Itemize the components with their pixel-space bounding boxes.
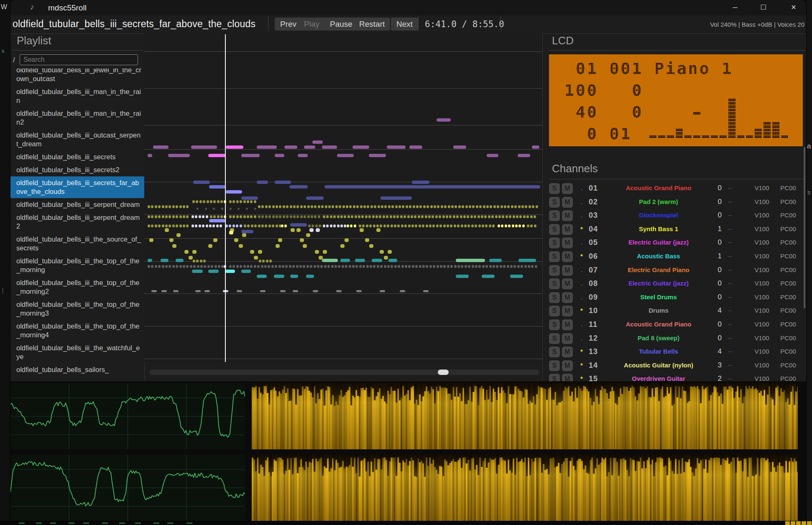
channel-value: 0 [706, 196, 722, 207]
channel-solo-button[interactable]: S [549, 347, 560, 357]
channel-mute-button[interactable]: M [562, 374, 573, 381]
channel-active-marker: * [578, 346, 585, 357]
channel-solo-button[interactable]: S [549, 210, 560, 221]
terminal-spectrum-fragment [807, 521, 812, 525]
channel-program: PC00 [777, 305, 799, 316]
channel-value: 0 [706, 237, 722, 248]
channel-value: 1 [706, 251, 722, 262]
channel-volume: V100 [751, 319, 773, 330]
channel-row[interactable]: SM.12Pad 8 (sweep)0--V100PC00 [0, 333, 806, 345]
channel-volume: V100 [751, 278, 773, 289]
channel-instrument-name: Steel Drums [598, 292, 719, 303]
channel-solo-button[interactable]: S [549, 183, 560, 194]
background-window-fragment: a [807, 142, 811, 150]
terminal-spectrum-fragment [785, 521, 790, 525]
terminal-spectrum-fragment [802, 521, 806, 525]
background-window-fragment: [ [2, 288, 3, 293]
channel-mute-button[interactable]: M [562, 265, 573, 276]
channel-solo-button[interactable]: S [549, 333, 560, 344]
channel-volume: V100 [751, 373, 773, 381]
channel-instrument-name: Electric Grand Piano [598, 265, 719, 275]
channel-value: 0 [706, 210, 722, 221]
channel-program: PC00 [777, 224, 799, 234]
channel-row[interactable]: SM*14Acoustic Guitar (nylon)3--V100PC00 [0, 360, 806, 372]
channels-scrollbar-thumb[interactable] [804, 147, 805, 308]
channel-row[interactable]: SM.03Glockenspiel0--V100PC00 [0, 210, 806, 222]
channel-volume: V100 [751, 305, 773, 316]
channel-row[interactable]: SM.02Pad 2 (warm)0--V100PC00 [0, 196, 806, 209]
channel-row[interactable]: SM.05Electric Guitar (jazz)0--V100PC00 [0, 237, 806, 250]
spectrogram-shading [252, 455, 798, 521]
channel-volume: V100 [751, 292, 773, 303]
channel-row[interactable]: SM.01Acoustic Grand Piano0--V100PC00 [0, 183, 806, 195]
channel-solo-button[interactable]: S [549, 237, 560, 248]
terminal-spectrum-fragment [796, 521, 801, 525]
channel-mute-button[interactable]: M [562, 306, 573, 316]
channel-dash: -- [723, 278, 738, 289]
channel-mute-button[interactable]: M [562, 251, 573, 262]
channel-instrument-name: Pad 8 (sweep) [598, 333, 719, 344]
channel-active-marker: . [578, 265, 585, 275]
channel-volume: V100 [751, 237, 773, 248]
channel-mute-button[interactable]: M [562, 360, 573, 371]
channel-solo-button[interactable]: S [549, 197, 560, 208]
terminal-text-fragment [102, 522, 108, 524]
channel-solo-button[interactable]: S [549, 278, 560, 289]
channel-dash: -- [723, 251, 738, 262]
channel-solo-button[interactable]: S [549, 224, 560, 235]
channel-solo-button[interactable]: S [549, 306, 560, 316]
channel-row[interactable]: SM.07Electric Grand Piano0--V100PC00 [0, 265, 806, 277]
channel-value: 1 [706, 224, 722, 234]
channels-list: SM.01Acoustic Grand Piano0--V100PC00SM.0… [0, 0, 812, 381]
channel-row[interactable]: SM.08Electric Guitar (jazz)0--V100PC00 [0, 278, 806, 291]
channel-volume: V100 [751, 346, 773, 357]
channel-program: PC00 [777, 196, 799, 207]
terminal-text-fragment [153, 522, 159, 524]
channel-mute-button[interactable]: M [562, 278, 573, 289]
channel-row[interactable]: SM.09Steel Drums0--V100PC00 [0, 292, 806, 304]
channel-mute-button[interactable]: M [562, 347, 573, 357]
channel-active-marker: * [578, 360, 585, 371]
channel-row[interactable]: SM*10Drums4--V100PC00 [0, 305, 806, 318]
waveform-plot [10, 455, 245, 521]
channel-active-marker: . [578, 210, 585, 221]
channel-row[interactable]: SM*04Synth Bass 11--V100PC00 [0, 224, 806, 236]
channel-solo-button[interactable]: S [549, 292, 560, 303]
channel-row[interactable]: SM*06Acoustic Bass1--V100PC00 [0, 251, 806, 263]
channel-dash: -- [723, 183, 738, 194]
channel-dash: -- [723, 373, 738, 381]
channel-row[interactable]: SM.11Acoustic Grand Piano0--V100PC00 [0, 319, 806, 331]
channel-value: 0 [706, 183, 722, 194]
channel-mute-button[interactable]: M [562, 210, 573, 221]
channel-mute-button[interactable]: M [562, 333, 573, 344]
channel-instrument-name: Drums [598, 305, 719, 316]
channel-mute-button[interactable]: M [562, 183, 573, 194]
channel-row[interactable]: SM*13Tubular Bells4--V100PC00 [0, 346, 806, 359]
channel-mute-button[interactable]: M [562, 197, 573, 208]
channel-dash: -- [723, 265, 738, 275]
channel-solo-button[interactable]: S [549, 251, 560, 262]
channel-instrument-name: Acoustic Bass [598, 251, 719, 262]
terminal-text-fragment [186, 522, 192, 524]
channel-solo-button[interactable]: S [549, 360, 560, 371]
channel-solo-button[interactable]: S [549, 265, 560, 276]
channel-mute-button[interactable]: M [562, 319, 573, 330]
channel-mute-button[interactable]: M [562, 224, 573, 235]
terminal-text-fragment [50, 522, 56, 524]
channel-solo-button[interactable]: S [549, 319, 560, 330]
channel-value: 2 [706, 373, 722, 381]
channel-mute-button[interactable]: M [562, 292, 573, 303]
channel-value: 0 [706, 333, 722, 344]
channel-mute-button[interactable]: M [562, 237, 573, 248]
channel-program: PC00 [777, 319, 799, 330]
waveform-plot [10, 383, 245, 449]
channel-solo-button[interactable]: S [549, 374, 560, 381]
channel-row[interactable]: SM*15Overdriven Guitar2--V100PC00 [0, 373, 806, 381]
channel-active-marker: . [578, 333, 585, 344]
terminal-text-fragment [135, 522, 141, 524]
terminal-text-fragment [119, 522, 125, 524]
channel-instrument-name: Acoustic Guitar (nylon) [598, 360, 719, 371]
channel-dash: -- [723, 196, 738, 207]
channel-active-marker: . [578, 319, 585, 330]
channel-value: 3 [706, 360, 722, 371]
